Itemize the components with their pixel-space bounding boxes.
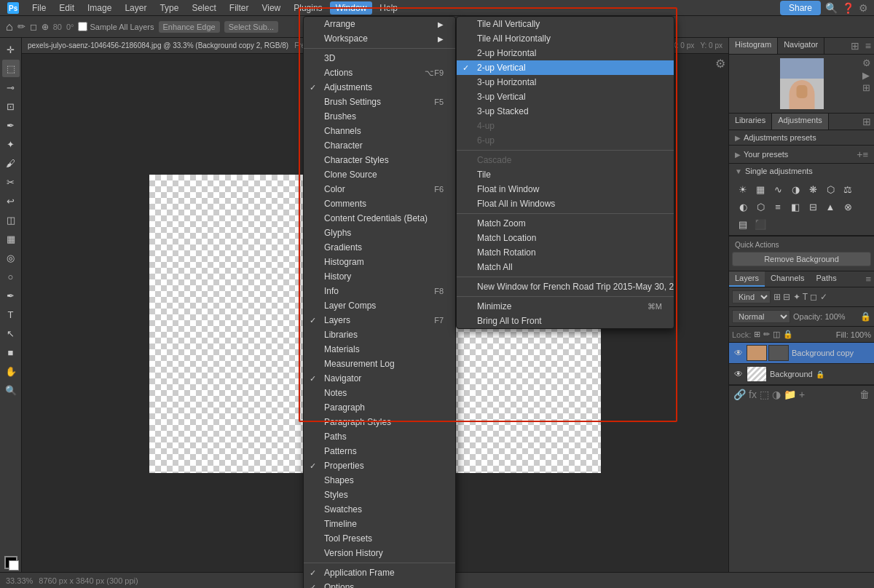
submenu-3up-h[interactable]: 3-up Horizontal — [457, 75, 674, 90]
submenu-div-2 — [457, 213, 674, 214]
menu-paragraph-styles[interactable]: Paragraph Styles — [304, 415, 455, 429]
menu-paths[interactable]: Paths — [304, 429, 455, 444]
menu-properties[interactable]: ✓Properties — [304, 458, 455, 473]
workspace-label: Workspace — [324, 33, 368, 44]
arrange-submenu: Tile All Vertically Tile All Horizontall… — [456, 16, 674, 329]
submenu-tile-all-v[interactable]: Tile All Vertically — [457, 17, 674, 31]
menu-channels[interactable]: Channels — [304, 124, 455, 138]
submenu-3up-v[interactable]: 3-up Vertical — [457, 90, 674, 104]
menu-paragraph[interactable]: Paragraph — [304, 400, 455, 415]
menu-notes[interactable]: Notes — [304, 386, 455, 400]
menu-layers[interactable]: ✓LayersF7 — [304, 313, 455, 327]
submenu-2up-h[interactable]: 2-up Horizontal — [457, 46, 674, 60]
submenu-match-loc[interactable]: Match Location — [457, 231, 674, 245]
submenu-cascade: Cascade — [457, 153, 674, 167]
menu-navigator[interactable]: ✓Navigator — [304, 371, 455, 386]
menu-comments[interactable]: Comments — [304, 196, 455, 211]
menu-measurement-log[interactable]: Measurement Log — [304, 357, 455, 371]
submenu-new-window[interactable]: New Window for French Road Trip 2015-May… — [457, 279, 674, 294]
submenu-minimize[interactable]: Minimize⌘M — [457, 299, 674, 314]
submenu-3up-stack[interactable]: 3-up Stacked — [457, 104, 674, 119]
window-menu-dropdown: Arrange ▶ Workspace ▶ 3D Actions⌥F9 ✓Adj… — [303, 16, 456, 588]
menu-swatches[interactable]: Swatches — [304, 502, 455, 517]
submenu-bring-to-front[interactable]: Bring All to Front — [457, 314, 674, 328]
submenu-div-1 — [457, 150, 674, 151]
submenu-div-4 — [457, 296, 674, 297]
submenu-tile-all-h[interactable]: Tile All Horizontally — [457, 31, 674, 46]
menu-history[interactable]: History — [304, 269, 455, 284]
submenu-6up: 6-up — [457, 133, 674, 148]
menu-version-history[interactable]: Version History — [304, 546, 455, 560]
menu-materials[interactable]: Materials — [304, 342, 455, 357]
menu-gradients[interactable]: Gradients — [304, 240, 455, 255]
workspace-arrow: ▶ — [438, 35, 444, 43]
submenu-2up-v[interactable]: ✓2-up Vertical — [457, 60, 674, 75]
submenu-div-3 — [457, 277, 674, 277]
menu-patterns[interactable]: Patterns — [304, 444, 455, 458]
menu-options[interactable]: ✓Options — [304, 580, 455, 588]
menu-libraries[interactable]: Libraries — [304, 327, 455, 342]
menu-color[interactable]: ColorF6 — [304, 182, 455, 196]
menu-tool-presets[interactable]: Tool Presets — [304, 531, 455, 546]
arrange-arrow: ▶ — [438, 20, 444, 28]
menu-glyphs[interactable]: Glyphs — [304, 226, 455, 240]
menu-layer-comps[interactable]: Layer Comps — [304, 298, 455, 313]
menu-content-credentials[interactable]: Content Credentials (Beta) — [304, 211, 455, 226]
submenu-match-rot[interactable]: Match Rotation — [457, 245, 674, 260]
submenu-4up: 4-up — [457, 119, 674, 133]
menu-workspace[interactable]: Workspace ▶ — [304, 31, 455, 46]
menu-clone-source[interactable]: Clone Source — [304, 167, 455, 182]
menu-adjustments[interactable]: ✓Adjustments — [304, 80, 455, 95]
menu-brushes[interactable]: Brushes — [304, 109, 455, 124]
arrange-label: Arrange — [324, 19, 355, 29]
submenu-match-all[interactable]: Match All — [457, 260, 674, 274]
menu-3d[interactable]: 3D — [304, 51, 455, 65]
menu-histogram[interactable]: Histogram — [304, 255, 455, 269]
menu-arrange[interactable]: Arrange ▶ — [304, 17, 455, 31]
submenu-match-zoom[interactable]: Match Zoom — [457, 216, 674, 231]
menu-timeline[interactable]: Timeline — [304, 517, 455, 531]
menu-character-styles[interactable]: Character Styles — [304, 153, 455, 167]
submenu-tile[interactable]: Tile — [457, 167, 674, 182]
dropdown-overlay: Arrange ▶ Workspace ▶ 3D Actions⌥F9 ✓Adj… — [0, 0, 874, 588]
menu-styles[interactable]: Styles — [304, 488, 455, 502]
menu-div-1 — [304, 48, 455, 49]
menu-info[interactable]: InfoF8 — [304, 284, 455, 298]
submenu-float-all[interactable]: Float All in Windows — [457, 196, 674, 211]
submenu-float-in-window[interactable]: Float in Window — [457, 182, 674, 196]
menu-app-frame[interactable]: ✓Application Frame — [304, 565, 455, 580]
menu-character[interactable]: Character — [304, 138, 455, 153]
menu-div-2 — [304, 563, 455, 563]
menu-actions[interactable]: Actions⌥F9 — [304, 65, 455, 80]
menu-shapes[interactable]: Shapes — [304, 473, 455, 488]
menu-brush-settings[interactable]: Brush SettingsF5 — [304, 95, 455, 109]
